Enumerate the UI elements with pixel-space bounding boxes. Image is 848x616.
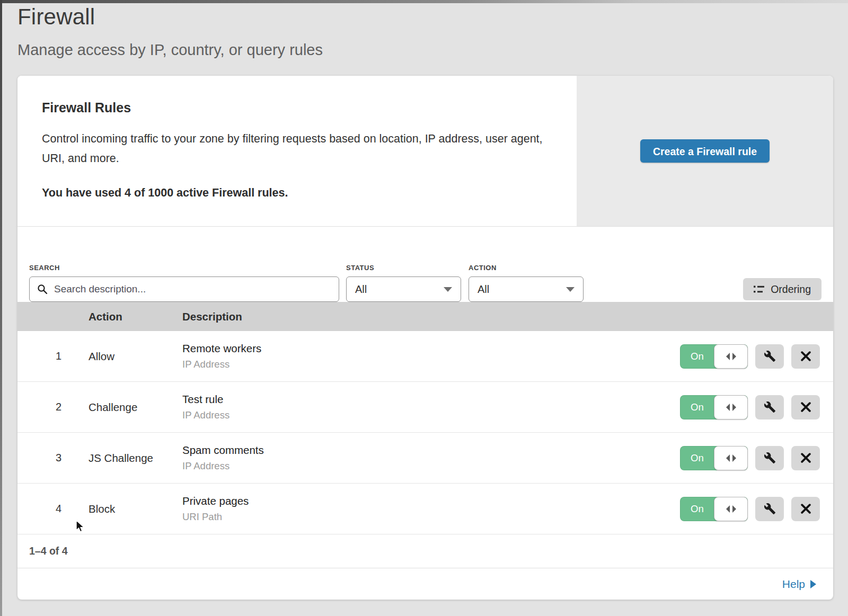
arrow-left-icon (726, 404, 730, 411)
wrench-icon (764, 350, 776, 362)
rule-controls: On (653, 395, 833, 419)
rule-controls: On (653, 344, 833, 369)
wrench-icon (764, 452, 776, 464)
arrow-right-icon (732, 505, 736, 513)
toggle-drag-handle-icon[interactable] (714, 344, 748, 369)
close-icon (800, 351, 811, 362)
toggle-drag-handle-icon[interactable] (714, 497, 748, 521)
search-box (29, 276, 339, 302)
toggle-on-label: On (691, 497, 704, 521)
window-edge-top (0, 0, 848, 3)
rule-description: Remote workers (182, 342, 653, 355)
rule-description-cell: Private pages URI Path (182, 495, 653, 523)
rule-description: Spam comments (182, 444, 653, 457)
table-row: 2 Challenge Test rule IP Address On (17, 382, 833, 433)
action-label: ACTION (469, 264, 584, 272)
page-header: Firewall Manage access by IP, country, o… (17, 4, 323, 59)
rule-controls: On (653, 497, 833, 521)
rule-priority: 4 (17, 503, 89, 515)
intro-section: Firewall Rules Control incoming traffic … (17, 76, 833, 227)
action-filter-group: ACTION All (469, 264, 584, 302)
chevron-down-icon (566, 287, 575, 292)
rule-action: Challenge (89, 401, 182, 414)
rule-priority: 2 (17, 401, 89, 413)
close-icon (800, 401, 811, 413)
intro-text-panel: Firewall Rules Control incoming traffic … (17, 76, 577, 226)
arrow-right-icon (810, 580, 816, 588)
arrow-left-icon (726, 454, 730, 462)
rule-description: Private pages (182, 495, 653, 507)
rule-enabled-toggle[interactable]: On (680, 344, 748, 369)
status-select[interactable]: All (346, 276, 461, 302)
wrench-icon (764, 401, 776, 413)
status-label: STATUS (346, 264, 461, 272)
help-bar: Help (17, 568, 833, 600)
edit-rule-button[interactable] (755, 446, 784, 470)
delete-rule-button[interactable] (791, 344, 820, 369)
toggle-on-label: On (691, 446, 704, 470)
rule-enabled-toggle[interactable]: On (680, 395, 748, 419)
page-title: Firewall (17, 4, 323, 30)
column-header-description: Description (182, 310, 653, 323)
table-row: 3 JS Challenge Spam comments IP Address … (17, 433, 833, 484)
close-icon (800, 503, 811, 514)
delete-rule-button[interactable] (791, 446, 820, 470)
search-input[interactable] (29, 276, 339, 302)
toggle-drag-handle-icon[interactable] (714, 395, 748, 419)
table-row: 1 Allow Remote workers IP Address On (17, 331, 833, 382)
rule-enabled-toggle[interactable]: On (680, 497, 748, 521)
chevron-down-icon (444, 287, 452, 292)
rule-action: Block (89, 503, 182, 515)
rule-controls: On (653, 446, 833, 470)
ordering-button[interactable]: Ordering (743, 278, 822, 300)
search-filter-group: SEARCH (29, 264, 339, 302)
rule-field: IP Address (182, 460, 653, 472)
arrow-right-icon (732, 353, 736, 360)
rule-priority: 1 (17, 350, 89, 362)
usage-summary: You have used 4 of 1000 active Firewall … (42, 186, 552, 200)
delete-rule-button[interactable] (791, 497, 820, 521)
close-icon (800, 452, 811, 463)
help-link-label: Help (782, 578, 805, 591)
status-filter-group: STATUS All (346, 264, 461, 302)
pagination-bar: 1–4 of 4 (17, 534, 833, 568)
create-rule-panel: Create a Firewall rule (577, 76, 833, 226)
edit-rule-button[interactable] (755, 497, 784, 521)
edit-rule-button[interactable] (755, 344, 784, 369)
arrow-left-icon (726, 353, 730, 360)
pagination-text: 1–4 of 4 (29, 545, 68, 557)
rule-description-cell: Remote workers IP Address (182, 342, 653, 370)
table-header: Action Description (17, 302, 833, 331)
rule-field: URI Path (182, 511, 653, 523)
search-icon (37, 284, 48, 294)
rule-field: IP Address (182, 359, 653, 370)
section-heading: Firewall Rules (42, 100, 552, 115)
status-selected-value: All (355, 283, 367, 296)
column-header-action: Action (89, 310, 182, 323)
toggle-on-label: On (691, 344, 704, 369)
table-row: 4 Block Private pages URI Path On (17, 484, 833, 534)
rule-enabled-toggle[interactable]: On (680, 446, 748, 470)
toggle-on-label: On (691, 395, 704, 419)
delete-rule-button[interactable] (791, 395, 820, 419)
help-link[interactable]: Help (782, 578, 816, 591)
toggle-drag-handle-icon[interactable] (714, 446, 748, 470)
create-firewall-rule-button[interactable]: Create a Firewall rule (640, 139, 770, 163)
rule-priority: 3 (17, 452, 89, 464)
section-description: Control incoming traffic to your zone by… (42, 129, 551, 168)
wrench-icon (764, 503, 776, 515)
arrow-right-icon (732, 404, 736, 411)
firewall-rules-card: Firewall Rules Control incoming traffic … (17, 76, 833, 600)
page-subtitle: Manage access by IP, country, or query r… (17, 41, 323, 59)
action-select[interactable]: All (469, 276, 584, 302)
rule-field: IP Address (182, 409, 653, 421)
search-label: SEARCH (29, 264, 339, 272)
rule-action: Allow (89, 350, 182, 363)
arrow-left-icon (726, 505, 730, 513)
arrow-right-icon (732, 454, 736, 462)
rule-action: JS Challenge (89, 452, 182, 465)
rule-description: Test rule (182, 393, 653, 406)
ordered-list-icon (754, 285, 764, 294)
action-selected-value: All (478, 283, 489, 296)
edit-rule-button[interactable] (755, 395, 784, 419)
